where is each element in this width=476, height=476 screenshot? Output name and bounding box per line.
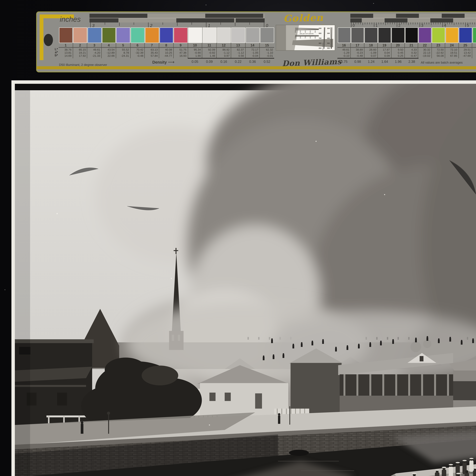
color-patch-19 xyxy=(378,27,391,43)
svg-text:800: 800 xyxy=(319,42,321,44)
patch-column-24: 2472.1019.5167.85 xyxy=(445,27,459,58)
gold-stripe xyxy=(37,66,476,69)
svg-text:500: 500 xyxy=(309,31,311,33)
color-patch-15 xyxy=(260,27,274,43)
color-patch-14 xyxy=(246,27,260,43)
patch-column-16: 1649.61-1.29-0.10 xyxy=(337,27,351,58)
color-patch-13 xyxy=(231,27,245,43)
svg-text:300: 300 xyxy=(300,31,301,33)
patch-column-6: 670.42-32.39-0.48 xyxy=(131,27,145,58)
color-patch-9 xyxy=(174,27,188,43)
color-patch-25 xyxy=(459,27,472,43)
photograph: 9 N. xyxy=(11,80,476,476)
color-patch-2 xyxy=(73,27,87,43)
svg-text:400: 400 xyxy=(327,37,330,39)
lab-row-labels-left: L*a*b* xyxy=(53,48,58,57)
patch-column-13: 1382.37-1.120.56 xyxy=(231,27,245,58)
patch-group-left: 138.7613.8114.69265.1519.2117.92349.61-4… xyxy=(59,27,274,58)
patch-column-14: 1472.17-1.05-0.04 xyxy=(245,27,260,58)
patch-column-12: 1286.92-1.120.97 xyxy=(217,27,231,58)
calibration-target: inches centimeters 3210 Golden Thread 01… xyxy=(36,11,476,72)
svg-text:500: 500 xyxy=(319,28,321,29)
patch-column-17: 1738.89-0.23-0.48 xyxy=(351,27,364,58)
svg-text:700: 700 xyxy=(319,37,321,39)
density-values-left: 0.050.090.160.220.360.52 xyxy=(188,60,274,64)
svg-text:500: 500 xyxy=(327,42,330,44)
patch-column-1: 138.7613.8114.69 xyxy=(59,27,73,58)
svg-text:400: 400 xyxy=(305,31,306,33)
density-label: Density ⟶ xyxy=(152,59,174,65)
patch-column-2: 265.1519.2117.92 xyxy=(73,27,87,58)
patch-column-19: 1917.970.040.09 xyxy=(378,27,391,58)
density-values-right: 0.750.981.241.641.962.38 xyxy=(337,60,419,64)
scanner-mat: inches centimeters 3210 Golden Thread 01… xyxy=(0,0,476,476)
svg-text:dots per inch (optical): dots per inch (optical) xyxy=(322,43,324,50)
patch-column-8: 840.0810.25-44.77 xyxy=(159,27,174,58)
color-patch-24 xyxy=(445,27,459,43)
patch-column-9: 951.7547.3616.93 xyxy=(174,27,188,58)
color-patch-12 xyxy=(217,27,231,43)
svg-text:800: 800 xyxy=(309,36,311,38)
patch-column-3: 349.61-4.20-21.33 xyxy=(87,27,102,58)
svg-text:600: 600 xyxy=(319,33,321,34)
color-patch-7 xyxy=(145,27,159,43)
color-patch-8 xyxy=(159,27,173,43)
patch-column-11: 1192.09-0.921.46 xyxy=(202,27,217,58)
color-patch-20 xyxy=(391,27,405,43)
inches-label: inches xyxy=(60,15,81,24)
patch-column-22: 2230.3222.13-19.02 xyxy=(418,27,432,58)
color-patch-5 xyxy=(116,27,130,43)
patch-column-20: 209.500.450.25 xyxy=(391,27,405,58)
svg-text:700: 700 xyxy=(305,36,306,38)
color-patch-1 xyxy=(59,27,73,43)
svg-text:300: 300 xyxy=(327,33,330,34)
color-patch-23 xyxy=(432,27,445,43)
patch-column-15: 1562.32-1.10-0.01 xyxy=(260,27,274,58)
color-patch-10 xyxy=(188,27,202,43)
resolution-target-card: 200300400500550500600700800850dots per i… xyxy=(276,25,335,51)
color-patch-21 xyxy=(405,27,418,43)
cm-ruler: 01234567 xyxy=(350,14,476,29)
patch-group-right: 1649.61-1.29-0.101738.89-0.23-0.481828.6… xyxy=(337,27,476,58)
patch-column-4: 443.54-12.8922.66 xyxy=(102,27,116,58)
color-patch-11 xyxy=(203,27,217,43)
patch-column-23: 2372.50-22.9256.08 xyxy=(432,27,445,58)
color-patch-18 xyxy=(365,27,378,43)
patch-column-10: 1095.34-0.901.90 xyxy=(188,27,202,58)
patch-column-26: 2655.60-38.4632.19 xyxy=(472,27,476,58)
svg-text:550: 550 xyxy=(314,31,316,33)
svg-text:dots per inch (optical): dots per inch (optical) xyxy=(300,33,313,34)
svg-text:200: 200 xyxy=(327,28,330,29)
batch-note: All values are batch averages xyxy=(421,61,463,64)
color-patch-17 xyxy=(351,27,364,43)
color-patch-16 xyxy=(338,27,351,43)
boat xyxy=(289,450,309,456)
patch-column-5: 555.528.78-24.31 xyxy=(116,27,131,58)
svg-text:550: 550 xyxy=(327,47,330,49)
color-patch-6 xyxy=(131,27,145,43)
color-patch-4 xyxy=(102,27,116,43)
patch-column-25: 2529.5113.42-47.69 xyxy=(459,27,472,58)
color-patch-22 xyxy=(419,27,432,43)
svg-text:200: 200 xyxy=(295,31,296,33)
color-patch-26 xyxy=(472,27,476,43)
patch-column-21: 214.330.32-0.47 xyxy=(405,27,418,58)
illuminant-note: D50 Illuminant, 2 degree observer xyxy=(59,63,107,67)
patch-column-18: 1828.60-1.090.07 xyxy=(364,27,378,58)
svg-text:600: 600 xyxy=(300,36,301,38)
patch-column-7: 763.1335.4357.84 xyxy=(145,27,159,58)
inch-ruler: 3210 xyxy=(89,14,265,29)
corner-bracket-left-v xyxy=(40,15,43,60)
svg-text:500: 500 xyxy=(295,36,296,38)
fiducial-dot-left xyxy=(44,34,53,46)
svg-text:850: 850 xyxy=(319,47,321,49)
color-patch-3 xyxy=(87,27,102,43)
svg-text:850: 850 xyxy=(314,36,316,38)
